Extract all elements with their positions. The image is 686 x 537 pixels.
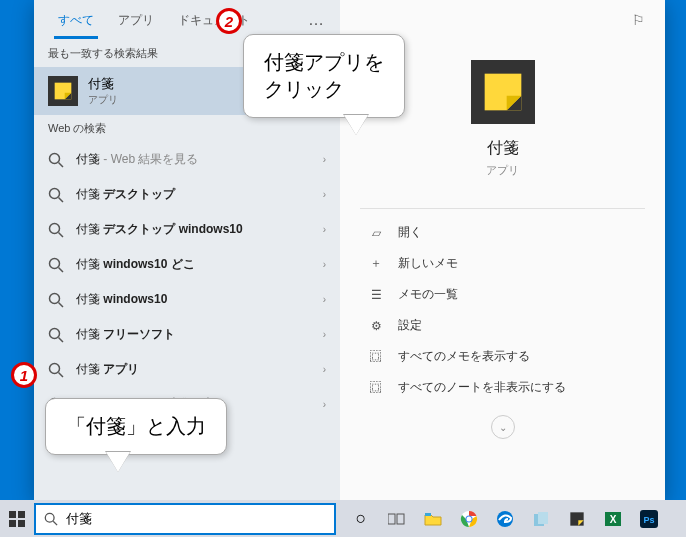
svg-rect-21 bbox=[18, 520, 25, 527]
svg-point-11 bbox=[50, 328, 60, 338]
sticky-notes-taskbar-icon[interactable] bbox=[560, 500, 594, 537]
web-result-text: 付箋 windows10 どこ bbox=[76, 256, 323, 273]
svg-line-23 bbox=[53, 521, 57, 525]
web-result-item[interactable]: 付箋 フリーソフト › bbox=[34, 317, 340, 352]
excel-icon[interactable]: X bbox=[596, 500, 630, 537]
svg-point-22 bbox=[45, 513, 54, 522]
svg-line-14 bbox=[59, 372, 64, 377]
edge-icon[interactable] bbox=[488, 500, 522, 537]
app-preview-icon bbox=[471, 60, 535, 124]
web-result-text: 付箋 アプリ bbox=[76, 361, 323, 378]
search-icon bbox=[48, 327, 64, 343]
svg-point-29 bbox=[467, 516, 472, 521]
web-result-text: 付箋 - Web 結果を見る bbox=[76, 151, 323, 168]
best-match-subtitle: アプリ bbox=[88, 93, 118, 107]
svg-point-5 bbox=[50, 223, 60, 233]
svg-rect-32 bbox=[538, 512, 548, 524]
callout-2-line1: 付箋アプリを bbox=[264, 49, 384, 76]
web-result-text: 付箋 デスクトップ bbox=[76, 186, 323, 203]
search-icon bbox=[48, 187, 64, 203]
app-icon-1[interactable] bbox=[524, 500, 558, 537]
action-list[interactable]: ☰メモの一覧 bbox=[360, 279, 645, 310]
action-plus[interactable]: ＋新しいメモ bbox=[360, 248, 645, 279]
web-result-item[interactable]: 付箋 - Web 結果を見る › bbox=[34, 142, 340, 177]
sticky-notes-icon bbox=[48, 76, 78, 106]
action-show[interactable]: ⿴すべてのメモを表示する bbox=[360, 341, 645, 372]
svg-point-1 bbox=[50, 153, 60, 163]
web-search-header: Web の検索 bbox=[34, 115, 340, 142]
action-label: 設定 bbox=[398, 317, 422, 334]
svg-rect-26 bbox=[425, 513, 431, 516]
tab-apps[interactable]: アプリ bbox=[106, 2, 166, 39]
callout-2-line2: クリック bbox=[264, 76, 384, 103]
tab-all[interactable]: すべて bbox=[46, 2, 106, 39]
search-icon bbox=[48, 152, 64, 168]
web-result-item[interactable]: 付箋 windows10 どこ › bbox=[34, 247, 340, 282]
annotation-badge-2: 2 bbox=[216, 8, 242, 34]
svg-line-8 bbox=[59, 267, 64, 272]
more-options-button[interactable]: … bbox=[304, 7, 328, 33]
web-result-item[interactable]: 付箋 デスクトップ windows10 › bbox=[34, 212, 340, 247]
chevron-right-icon: › bbox=[323, 329, 326, 340]
svg-point-3 bbox=[50, 188, 60, 198]
svg-rect-19 bbox=[18, 511, 25, 518]
action-label: メモの一覧 bbox=[398, 286, 458, 303]
actions-list: ▱開く＋新しいメモ☰メモの一覧⚙設定⿴すべてのメモを表示する⿴すべてのノートを非… bbox=[360, 208, 645, 403]
chevron-right-icon: › bbox=[323, 399, 326, 410]
web-result-item[interactable]: 付箋 windows10 › bbox=[34, 282, 340, 317]
open-icon: ▱ bbox=[368, 226, 384, 240]
search-icon bbox=[48, 257, 64, 273]
taskbar-icons: ○ X Ps bbox=[340, 500, 666, 537]
best-match-title: 付箋 bbox=[88, 75, 118, 93]
search-icon bbox=[48, 292, 64, 308]
chevron-right-icon: › bbox=[323, 294, 326, 305]
annotation-callout-2: 付箋アプリを クリック bbox=[243, 34, 405, 118]
chrome-icon[interactable] bbox=[452, 500, 486, 537]
start-button[interactable] bbox=[0, 500, 34, 537]
svg-text:X: X bbox=[610, 514, 617, 525]
app-preview-name: 付箋 bbox=[487, 138, 519, 159]
search-icon bbox=[48, 222, 64, 238]
action-open[interactable]: ▱開く bbox=[360, 217, 645, 248]
action-hide[interactable]: ⿴すべてのノートを非表示にする bbox=[360, 372, 645, 403]
annotation-badge-1: 1 bbox=[11, 362, 37, 388]
feedback-icon[interactable]: ⚐ bbox=[632, 12, 645, 28]
search-input[interactable] bbox=[66, 511, 326, 526]
web-result-item[interactable]: 付箋 アプリ › bbox=[34, 352, 340, 387]
action-gear[interactable]: ⚙設定 bbox=[360, 310, 645, 341]
svg-rect-33 bbox=[570, 512, 583, 525]
chevron-right-icon: › bbox=[323, 189, 326, 200]
web-result-text: 付箋 フリーソフト bbox=[76, 326, 323, 343]
web-result-text: 付箋 デスクトップ windows10 bbox=[76, 221, 323, 238]
web-result-item[interactable]: 付箋 デスクトップ › bbox=[34, 177, 340, 212]
svg-line-2 bbox=[59, 162, 64, 167]
task-view-icon[interactable] bbox=[380, 500, 414, 537]
chevron-right-icon: › bbox=[323, 259, 326, 270]
action-label: 開く bbox=[398, 224, 422, 241]
svg-line-4 bbox=[59, 197, 64, 202]
svg-line-12 bbox=[59, 337, 64, 342]
chevron-right-icon: › bbox=[323, 224, 326, 235]
gear-icon: ⚙ bbox=[368, 319, 384, 333]
photoshop-icon[interactable]: Ps bbox=[632, 500, 666, 537]
search-icon bbox=[48, 362, 64, 378]
svg-rect-18 bbox=[9, 511, 16, 518]
action-label: 新しいメモ bbox=[398, 255, 458, 272]
tab-documents[interactable]: ドキュメント bbox=[166, 2, 262, 39]
svg-text:Ps: Ps bbox=[643, 515, 654, 525]
svg-line-10 bbox=[59, 302, 64, 307]
expand-chevron-icon[interactable]: ⌄ bbox=[491, 415, 515, 439]
taskbar-search-box[interactable] bbox=[34, 503, 336, 535]
chevron-right-icon: › bbox=[323, 154, 326, 165]
action-label: すべてのノートを非表示にする bbox=[398, 379, 566, 396]
show-icon: ⿴ bbox=[368, 350, 384, 364]
svg-point-9 bbox=[50, 293, 60, 303]
taskbar: ○ X Ps bbox=[0, 500, 686, 537]
cortana-icon[interactable]: ○ bbox=[344, 500, 378, 537]
callout-1-text: 「付箋」と入力 bbox=[66, 415, 206, 437]
list-icon: ☰ bbox=[368, 288, 384, 302]
svg-point-13 bbox=[50, 363, 60, 373]
explorer-icon[interactable] bbox=[416, 500, 450, 537]
hide-icon: ⿴ bbox=[368, 381, 384, 395]
annotation-callout-1: 「付箋」と入力 bbox=[45, 398, 227, 455]
